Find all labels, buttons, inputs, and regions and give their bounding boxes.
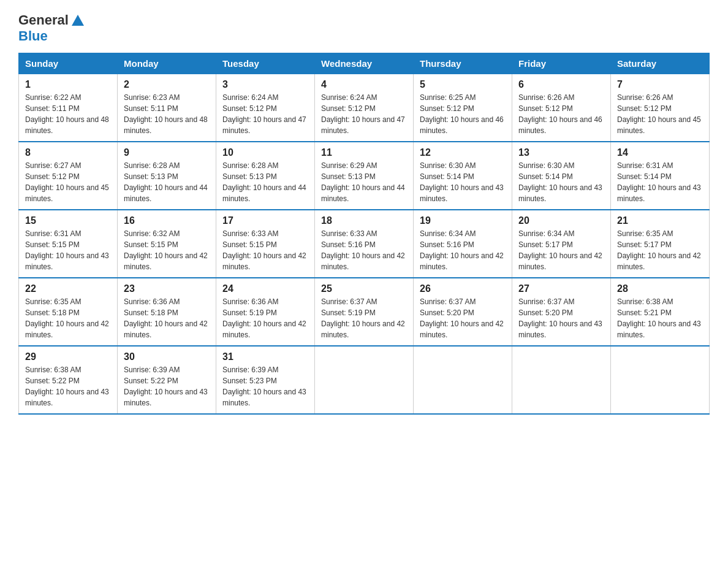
day-detail: Sunrise: 6:39 AMSunset: 5:23 PMDaylight:… xyxy=(222,366,306,407)
calendar-week-row: 1 Sunrise: 6:22 AMSunset: 5:11 PMDayligh… xyxy=(19,74,710,142)
day-number: 6 xyxy=(518,79,604,90)
calendar-week-row: 15 Sunrise: 6:31 AMSunset: 5:15 PMDaylig… xyxy=(19,210,710,278)
day-detail: Sunrise: 6:23 AMSunset: 5:11 PMDaylight:… xyxy=(124,93,208,135)
page-header: General Blue xyxy=(18,12,710,44)
day-number: 8 xyxy=(25,147,111,158)
day-number: 4 xyxy=(321,79,407,90)
day-detail: Sunrise: 6:27 AMSunset: 5:12 PMDaylight:… xyxy=(25,161,109,203)
day-detail: Sunrise: 6:31 AMSunset: 5:14 PMDaylight:… xyxy=(617,161,701,203)
calendar-day-cell: 10 Sunrise: 6:28 AMSunset: 5:13 PMDaylig… xyxy=(216,142,315,210)
calendar-day-cell: 29 Sunrise: 6:38 AMSunset: 5:22 PMDaylig… xyxy=(19,346,118,414)
day-detail: Sunrise: 6:37 AMSunset: 5:20 PMDaylight:… xyxy=(420,297,504,339)
calendar-day-cell: 30 Sunrise: 6:39 AMSunset: 5:22 PMDaylig… xyxy=(118,346,216,414)
calendar-week-row: 29 Sunrise: 6:38 AMSunset: 5:22 PMDaylig… xyxy=(19,346,710,414)
calendar-day-cell: 25 Sunrise: 6:37 AMSunset: 5:19 PMDaylig… xyxy=(315,278,414,346)
day-number: 22 xyxy=(25,283,111,294)
day-detail: Sunrise: 6:22 AMSunset: 5:11 PMDaylight:… xyxy=(25,93,109,135)
calendar-day-cell xyxy=(315,346,414,414)
day-number: 17 xyxy=(222,215,308,226)
calendar-day-cell: 1 Sunrise: 6:22 AMSunset: 5:11 PMDayligh… xyxy=(19,74,118,142)
day-number: 7 xyxy=(617,79,703,90)
weekday-header-row: SundayMondayTuesdayWednesdayThursdayFrid… xyxy=(19,53,710,74)
calendar-day-cell: 31 Sunrise: 6:39 AMSunset: 5:23 PMDaylig… xyxy=(216,346,315,414)
day-number: 18 xyxy=(321,215,407,226)
weekday-header-sunday: Sunday xyxy=(19,53,118,74)
day-detail: Sunrise: 6:34 AMSunset: 5:16 PMDaylight:… xyxy=(420,229,504,271)
day-detail: Sunrise: 6:31 AMSunset: 5:15 PMDaylight:… xyxy=(25,229,109,271)
weekday-header-wednesday: Wednesday xyxy=(315,53,414,74)
calendar-day-cell: 17 Sunrise: 6:33 AMSunset: 5:15 PMDaylig… xyxy=(216,210,315,278)
day-number: 27 xyxy=(518,283,604,294)
calendar-week-row: 22 Sunrise: 6:35 AMSunset: 5:18 PMDaylig… xyxy=(19,278,710,346)
day-number: 24 xyxy=(222,283,308,294)
logo-triangle-icon xyxy=(71,13,85,27)
day-number: 14 xyxy=(617,147,703,158)
calendar-day-cell: 14 Sunrise: 6:31 AMSunset: 5:14 PMDaylig… xyxy=(611,142,710,210)
day-detail: Sunrise: 6:37 AMSunset: 5:20 PMDaylight:… xyxy=(518,297,602,339)
calendar-day-cell: 6 Sunrise: 6:26 AMSunset: 5:12 PMDayligh… xyxy=(512,74,611,142)
day-detail: Sunrise: 6:25 AMSunset: 5:12 PMDaylight:… xyxy=(420,93,504,135)
day-number: 5 xyxy=(420,79,506,90)
calendar-day-cell: 4 Sunrise: 6:24 AMSunset: 5:12 PMDayligh… xyxy=(315,74,414,142)
day-detail: Sunrise: 6:30 AMSunset: 5:14 PMDaylight:… xyxy=(420,161,504,203)
day-detail: Sunrise: 6:35 AMSunset: 5:18 PMDaylight:… xyxy=(25,297,109,339)
day-number: 25 xyxy=(321,283,407,294)
logo-blue-label: Blue xyxy=(18,28,48,44)
calendar-day-cell xyxy=(611,346,710,414)
day-number: 13 xyxy=(518,147,604,158)
day-detail: Sunrise: 6:24 AMSunset: 5:12 PMDaylight:… xyxy=(222,93,306,135)
calendar-day-cell: 11 Sunrise: 6:29 AMSunset: 5:13 PMDaylig… xyxy=(315,142,414,210)
day-number: 23 xyxy=(124,283,210,294)
calendar-day-cell: 26 Sunrise: 6:37 AMSunset: 5:20 PMDaylig… xyxy=(414,278,512,346)
calendar-day-cell: 18 Sunrise: 6:33 AMSunset: 5:16 PMDaylig… xyxy=(315,210,414,278)
day-number: 12 xyxy=(420,147,506,158)
calendar-day-cell: 2 Sunrise: 6:23 AMSunset: 5:11 PMDayligh… xyxy=(118,74,216,142)
calendar-day-cell: 3 Sunrise: 6:24 AMSunset: 5:12 PMDayligh… xyxy=(216,74,315,142)
calendar-day-cell: 21 Sunrise: 6:35 AMSunset: 5:17 PMDaylig… xyxy=(611,210,710,278)
day-detail: Sunrise: 6:30 AMSunset: 5:14 PMDaylight:… xyxy=(518,161,602,203)
day-detail: Sunrise: 6:26 AMSunset: 5:12 PMDaylight:… xyxy=(518,93,602,135)
calendar-day-cell: 24 Sunrise: 6:36 AMSunset: 5:19 PMDaylig… xyxy=(216,278,315,346)
day-number: 15 xyxy=(25,215,111,226)
day-detail: Sunrise: 6:28 AMSunset: 5:13 PMDaylight:… xyxy=(222,161,306,203)
calendar-day-cell: 9 Sunrise: 6:28 AMSunset: 5:13 PMDayligh… xyxy=(118,142,216,210)
calendar-day-cell: 22 Sunrise: 6:35 AMSunset: 5:18 PMDaylig… xyxy=(19,278,118,346)
day-number: 29 xyxy=(25,351,111,362)
day-detail: Sunrise: 6:35 AMSunset: 5:17 PMDaylight:… xyxy=(617,229,701,271)
weekday-header-thursday: Thursday xyxy=(414,53,512,74)
weekday-header-tuesday: Tuesday xyxy=(216,53,315,74)
day-number: 2 xyxy=(124,79,210,90)
weekday-header-saturday: Saturday xyxy=(611,53,710,74)
day-number: 31 xyxy=(222,351,308,362)
day-detail: Sunrise: 6:38 AMSunset: 5:21 PMDaylight:… xyxy=(617,297,701,339)
calendar-day-cell: 20 Sunrise: 6:34 AMSunset: 5:17 PMDaylig… xyxy=(512,210,611,278)
calendar-day-cell: 23 Sunrise: 6:36 AMSunset: 5:18 PMDaylig… xyxy=(118,278,216,346)
day-detail: Sunrise: 6:24 AMSunset: 5:12 PMDaylight:… xyxy=(321,93,405,135)
day-number: 3 xyxy=(222,79,308,90)
calendar-day-cell xyxy=(512,346,611,414)
weekday-header-monday: Monday xyxy=(118,53,216,74)
day-detail: Sunrise: 6:29 AMSunset: 5:13 PMDaylight:… xyxy=(321,161,405,203)
logo-label-general: General xyxy=(18,12,69,28)
day-number: 1 xyxy=(25,79,111,90)
day-number: 16 xyxy=(124,215,210,226)
day-detail: Sunrise: 6:28 AMSunset: 5:13 PMDaylight:… xyxy=(124,161,208,203)
weekday-header-friday: Friday xyxy=(512,53,611,74)
calendar-day-cell: 8 Sunrise: 6:27 AMSunset: 5:12 PMDayligh… xyxy=(19,142,118,210)
calendar-day-cell: 13 Sunrise: 6:30 AMSunset: 5:14 PMDaylig… xyxy=(512,142,611,210)
day-number: 19 xyxy=(420,215,506,226)
calendar-day-cell: 16 Sunrise: 6:32 AMSunset: 5:15 PMDaylig… xyxy=(118,210,216,278)
calendar-day-cell: 7 Sunrise: 6:26 AMSunset: 5:12 PMDayligh… xyxy=(611,74,710,142)
calendar-day-cell: 5 Sunrise: 6:25 AMSunset: 5:12 PMDayligh… xyxy=(414,74,512,142)
day-detail: Sunrise: 6:33 AMSunset: 5:15 PMDaylight:… xyxy=(222,229,306,271)
day-number: 28 xyxy=(617,283,703,294)
day-detail: Sunrise: 6:26 AMSunset: 5:12 PMDaylight:… xyxy=(617,93,701,135)
calendar-day-cell: 19 Sunrise: 6:34 AMSunset: 5:16 PMDaylig… xyxy=(414,210,512,278)
day-detail: Sunrise: 6:37 AMSunset: 5:19 PMDaylight:… xyxy=(321,297,405,339)
day-number: 10 xyxy=(222,147,308,158)
day-detail: Sunrise: 6:33 AMSunset: 5:16 PMDaylight:… xyxy=(321,229,405,271)
day-number: 20 xyxy=(518,215,604,226)
day-number: 11 xyxy=(321,147,407,158)
calendar-day-cell: 12 Sunrise: 6:30 AMSunset: 5:14 PMDaylig… xyxy=(414,142,512,210)
day-detail: Sunrise: 6:39 AMSunset: 5:22 PMDaylight:… xyxy=(124,366,208,407)
